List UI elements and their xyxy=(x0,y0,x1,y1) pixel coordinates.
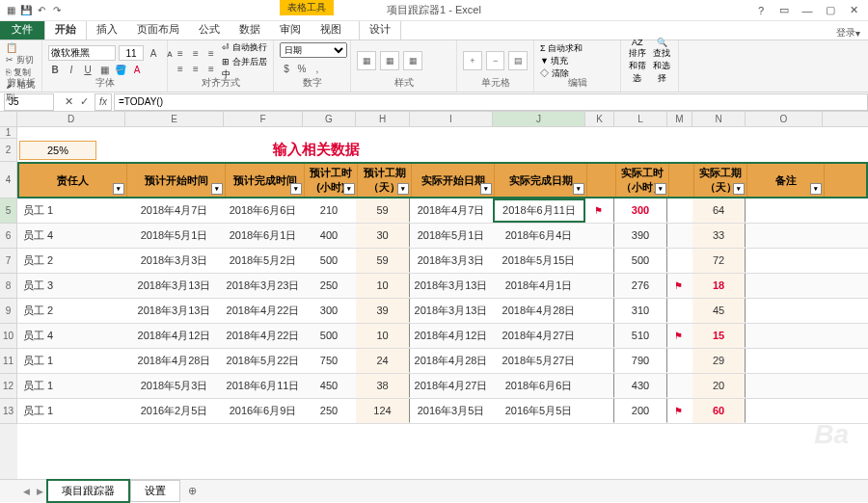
percent-icon[interactable]: % xyxy=(295,62,309,75)
redo-icon[interactable]: ↷ xyxy=(50,4,64,17)
underline-button[interactable]: U xyxy=(81,63,95,76)
sheet-tab-settings[interactable]: 设置 xyxy=(130,480,180,502)
tab-file[interactable]: 文件 xyxy=(0,19,44,40)
row-header-2[interactable]: 2 xyxy=(0,139,17,162)
cell-style-button[interactable]: ▦ xyxy=(403,51,422,70)
minimize-icon[interactable]: — xyxy=(797,2,818,19)
font-size-input[interactable] xyxy=(119,45,144,61)
tab-home[interactable]: 开始 xyxy=(44,18,87,40)
row-header-12[interactable]: 12 xyxy=(0,374,17,399)
cut-button[interactable]: ✂ 剪切 xyxy=(6,54,36,66)
col-header-plan-end[interactable]: 预计完成时间▾ xyxy=(226,164,305,197)
filter-arrow-icon[interactable]: ▾ xyxy=(290,183,302,195)
font-name-input[interactable] xyxy=(48,45,116,61)
tab-data[interactable]: 数据 xyxy=(230,19,270,40)
align-mid-icon[interactable]: ≡ xyxy=(189,46,203,60)
row-header-11[interactable]: 11 xyxy=(0,349,17,374)
filter-arrow-icon[interactable]: ▾ xyxy=(343,183,355,195)
formula-input[interactable] xyxy=(114,93,868,111)
col-header-G[interactable]: G xyxy=(303,112,356,126)
row-header-5[interactable]: 5 xyxy=(0,199,17,224)
table-row[interactable]: 员工 22018年3月13日2018年4月22日300392018年3月13日2… xyxy=(17,299,868,324)
help-icon[interactable]: ? xyxy=(750,2,772,19)
filter-arrow-icon[interactable]: ▾ xyxy=(397,183,409,195)
wrap-text-button[interactable]: ⏎ 自动换行 xyxy=(222,41,267,54)
align-center-icon[interactable]: ≡ xyxy=(189,62,203,75)
col-header-E[interactable]: E xyxy=(125,112,224,126)
col-header-plan-days[interactable]: 预计工期（天）▾ xyxy=(358,164,412,197)
col-header-actual-days[interactable]: 实际工期（天）▾ xyxy=(694,164,747,197)
row-header-10[interactable]: 10 xyxy=(0,324,17,349)
fill-color-button[interactable]: 🪣 xyxy=(114,63,127,76)
spreadsheet-grid[interactable]: DEFGHIJKLMNO 1245678910111213 25% 输入相关数据… xyxy=(0,112,868,479)
filter-arrow-icon[interactable]: ▾ xyxy=(113,183,124,195)
col-header-K[interactable]: K xyxy=(585,112,614,126)
col-header-plan-start[interactable]: 预计开始时间▾ xyxy=(127,164,226,197)
font-color-button[interactable]: A xyxy=(130,63,144,76)
align-bot-icon[interactable]: ≡ xyxy=(204,46,218,60)
login-link[interactable]: 登录 ▾ xyxy=(828,26,868,40)
filter-arrow-icon[interactable]: ▾ xyxy=(810,183,822,195)
col-header-actual-hours[interactable]: 实际工时（小时）▾ xyxy=(616,164,669,197)
fx-button[interactable]: fx xyxy=(95,93,112,111)
find-select-button[interactable]: 🔍查找和选择 xyxy=(652,38,673,85)
col-header-F[interactable]: F xyxy=(224,112,303,126)
filter-arrow-icon[interactable]: ▾ xyxy=(655,183,666,195)
format-cells-button[interactable]: ▤ xyxy=(508,51,528,70)
tab-insert[interactable]: 插入 xyxy=(87,19,127,40)
row-header-8[interactable]: 8 xyxy=(0,274,17,299)
row-header-9[interactable]: 9 xyxy=(0,299,17,324)
row-header-1[interactable]: 1 xyxy=(0,127,17,139)
insert-cells-button[interactable]: + xyxy=(463,51,482,70)
select-all-corner[interactable] xyxy=(0,112,17,126)
table-row[interactable]: 员工 42018年5月1日2018年6月1日400302018年5月1日2018… xyxy=(17,224,868,249)
border-button[interactable]: ▦ xyxy=(97,63,111,76)
close-icon[interactable]: ✕ xyxy=(843,2,864,19)
fill-button[interactable]: ▼ 填充 xyxy=(540,55,568,67)
comma-icon[interactable]: , xyxy=(311,62,324,75)
table-row[interactable]: 员工 12016年2月5日2016年6月9日2501242016年3月5日201… xyxy=(17,399,868,424)
filter-arrow-icon[interactable]: ▾ xyxy=(733,183,745,195)
col-header-J[interactable]: J xyxy=(493,112,585,126)
paste-button[interactable]: 📋 xyxy=(6,42,17,53)
table-row[interactable]: 员工 32018年3月13日2018年3月23日250102018年3月13日2… xyxy=(17,274,868,299)
col-header-M[interactable]: M xyxy=(667,112,692,126)
add-sheet-button[interactable]: ⊕ xyxy=(180,485,204,497)
table-row[interactable]: 员工 22018年3月3日2018年5月2日500592018年3月3日2018… xyxy=(17,249,868,274)
col-header-H[interactable]: H xyxy=(356,112,410,126)
number-format-select[interactable]: 日期 xyxy=(280,42,347,58)
align-right-icon[interactable]: ≡ xyxy=(204,62,218,75)
delete-cells-button[interactable]: − xyxy=(486,51,505,70)
filter-arrow-icon[interactable]: ▾ xyxy=(573,183,584,195)
filter-arrow-icon[interactable]: ▾ xyxy=(480,183,492,195)
tab-design[interactable]: 设计 xyxy=(359,18,401,40)
enter-icon[interactable]: ✓ xyxy=(77,95,91,109)
col-header-actual-start[interactable]: 实际开始日期▾ xyxy=(412,164,495,197)
cancel-icon[interactable]: ✕ xyxy=(62,95,75,109)
filter-arrow-icon[interactable]: ▾ xyxy=(211,183,223,195)
col-header-responsible[interactable]: 责任人▾ xyxy=(19,164,127,197)
maximize-icon[interactable]: ▢ xyxy=(820,2,841,19)
currency-icon[interactable]: $ xyxy=(280,62,293,75)
ribbon-options-icon[interactable]: ▭ xyxy=(773,2,795,19)
row-header-4[interactable]: 4 xyxy=(0,162,17,199)
tab-formula[interactable]: 公式 xyxy=(189,19,230,40)
sheet-tab-tracker[interactable]: 项目跟踪器 xyxy=(46,479,130,503)
table-row[interactable]: 员工 12018年5月3日2018年6月11日450382018年4月27日20… xyxy=(17,374,868,399)
align-top-icon[interactable]: ≡ xyxy=(174,46,187,60)
table-row[interactable]: 员工 42018年4月12日2018年4月22日500102018年4月12日2… xyxy=(17,324,868,349)
col-header-O[interactable]: O xyxy=(746,112,823,126)
col-header-D[interactable]: D xyxy=(17,112,125,126)
sort-filter-button[interactable]: AZ排序和筛选 xyxy=(627,38,648,85)
row-header-6[interactable]: 6 xyxy=(0,224,17,249)
col-header-I[interactable]: I xyxy=(410,112,493,126)
row-header-13[interactable]: 13 xyxy=(0,399,17,424)
next-sheet-icon[interactable]: ▶ xyxy=(33,485,46,498)
save-icon[interactable]: 💾 xyxy=(19,4,33,17)
cond-format-button[interactable]: ▦ xyxy=(357,51,376,70)
align-left-icon[interactable]: ≡ xyxy=(174,62,187,75)
prev-sheet-icon[interactable]: ◀ xyxy=(19,485,33,498)
col-header-L[interactable]: L xyxy=(614,112,667,126)
col-header-notes[interactable]: 备注▾ xyxy=(747,164,825,197)
italic-button[interactable]: I xyxy=(65,63,78,76)
